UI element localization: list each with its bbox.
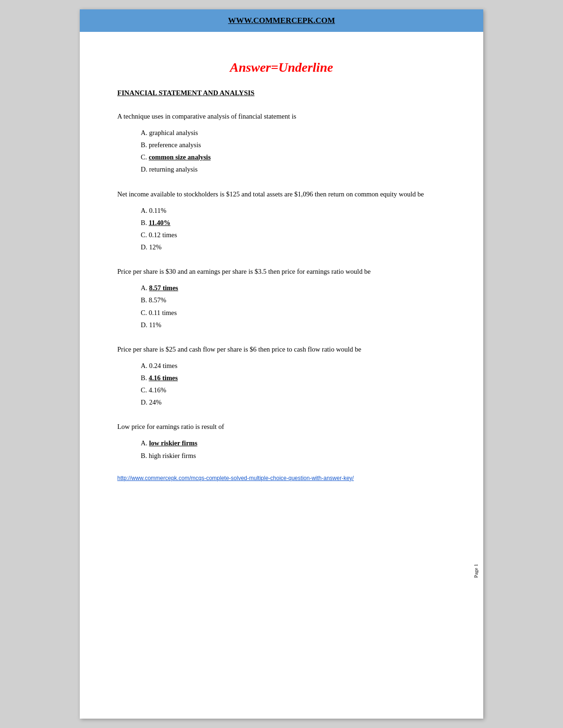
question-text-4: Price per share is $25 and cash flow per… — [117, 344, 446, 355]
option-letter-1-3: C. — [141, 153, 149, 161]
option-letter-2-4: D. — [141, 243, 149, 251]
option-item-4-2: B. 4.16 times — [141, 372, 446, 384]
option-item-4-1: A. 0.24 times — [141, 360, 446, 372]
option-letter-4-2: B. — [141, 374, 149, 382]
option-item-2-4: D. 12% — [141, 241, 446, 253]
option-item-3-3: C. 0.11 times — [141, 307, 446, 319]
option-letter-2-2: B. — [141, 219, 149, 226]
question-text-2: Net income available to stockholders is … — [117, 189, 446, 200]
options-list-4: A. 0.24 timesB. 4.16 timesC. 4.16%D. 24% — [141, 360, 446, 408]
website-link[interactable]: WWW.COMMERCEPK.COM — [228, 16, 335, 25]
option-answer-4-2: 4.16 times — [149, 374, 178, 382]
question-block-4: Price per share is $25 and cash flow per… — [117, 344, 446, 409]
option-item-3-1: A. 8.57 times — [141, 282, 446, 294]
option-letter-3-3: C. — [141, 309, 149, 316]
options-list-3: A. 8.57 timesB. 8.57%C. 0.11 timesD. 11% — [141, 282, 446, 330]
option-letter-4-1: A. — [141, 362, 149, 369]
option-answer-2-2: 11.40% — [149, 219, 170, 226]
option-item-5-1: A. low riskier firms — [141, 437, 446, 449]
page-number: Page 1 — [473, 564, 479, 578]
option-item-5-2: B. high riskier firms — [141, 450, 446, 462]
question-block-2: Net income available to stockholders is … — [117, 189, 446, 254]
section-title: FINANCIAL STATEMENT AND ANALYSIS — [117, 89, 446, 97]
option-item-1-2: B. preference analysis — [141, 139, 446, 151]
option-letter-1-2: B. — [141, 141, 149, 149]
option-answer-3-1: 8.57 times — [149, 284, 178, 292]
options-list-5: A. low riskier firmsB. high riskier firm… — [141, 437, 446, 461]
option-item-2-2: B. 11.40% — [141, 217, 446, 229]
question-block-3: Price per share is $30 and an earnings p… — [117, 266, 446, 331]
question-block-1: A technique uses in comparative analysis… — [117, 111, 446, 176]
header-bar: WWW.COMMERCEPK.COM — [80, 9, 483, 32]
option-item-4-3: C. 4.16% — [141, 384, 446, 396]
page-content: Answer=Underline FINANCIAL STATEMENT AND… — [80, 32, 483, 510]
option-letter-1-4: D. — [141, 165, 149, 173]
option-item-1-4: D. returning analysis — [141, 163, 446, 175]
option-answer-1-3: common size analysis — [149, 153, 211, 161]
option-letter-3-2: B. — [141, 296, 149, 304]
options-list-1: A. graphical analysisB. preference analy… — [141, 127, 446, 175]
question-block-5: Low price for earnings ratio is result o… — [117, 421, 446, 461]
option-item-2-3: C. 0.12 times — [141, 229, 446, 241]
options-list-2: A. 0.11%B. 11.40%C. 0.12 timesD. 12% — [141, 204, 446, 253]
option-item-3-4: D. 11% — [141, 319, 446, 331]
option-letter-2-1: A. — [141, 207, 149, 214]
option-letter-3-4: D. — [141, 321, 149, 329]
option-letter-4-4: D. — [141, 398, 149, 406]
option-letter-4-3: C. — [141, 386, 149, 394]
option-item-2-1: A. 0.11% — [141, 204, 446, 217]
option-letter-1-1: A. — [141, 129, 149, 136]
option-letter-5-2: B. — [141, 452, 149, 459]
footer-link[interactable]: http://www.commercepk.com/mcqs-complete-… — [117, 475, 446, 481]
question-text-1: A technique uses in comparative analysis… — [117, 111, 446, 122]
option-item-3-2: B. 8.57% — [141, 294, 446, 306]
option-item-1-1: A. graphical analysis — [141, 127, 446, 139]
option-letter-2-3: C. — [141, 231, 149, 239]
option-letter-3-1: A. — [141, 284, 149, 292]
option-letter-5-1: A. — [141, 439, 149, 447]
page-container: WWW.COMMERCEPK.COM Answer=Underline FINA… — [80, 9, 483, 719]
option-answer-5-1: low riskier firms — [149, 439, 198, 447]
answer-heading: Answer=Underline — [117, 60, 446, 75]
question-text-3: Price per share is $30 and an earnings p… — [117, 266, 446, 277]
questions-container: A technique uses in comparative analysis… — [117, 111, 446, 462]
question-text-5: Low price for earnings ratio is result o… — [117, 421, 446, 432]
option-item-4-4: D. 24% — [141, 396, 446, 408]
option-item-1-3: C. common size analysis — [141, 151, 446, 163]
